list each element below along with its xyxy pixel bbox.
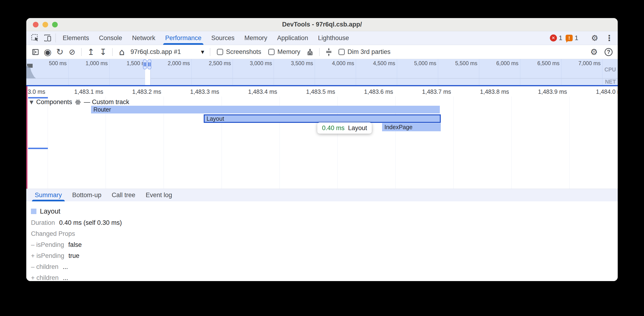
scroll-indicator (28, 97, 48, 98)
overview-tick-label: 7,000 ms (578, 60, 600, 67)
kebab-menu-icon[interactable]: ⋮ (604, 32, 615, 44)
console-errors-badge[interactable]: ✕ 1 (550, 34, 562, 42)
details-tab-call-tree[interactable]: Call tree (106, 189, 140, 201)
toolbar-divider (112, 48, 113, 56)
ruler-tick-label: 1,483.7 ms (422, 88, 454, 95)
record-button[interactable]: ◉ (42, 47, 53, 57)
overview-gridline (397, 59, 397, 85)
tab-network[interactable]: Network (127, 31, 160, 45)
cpu-lane-label: CPU (604, 67, 616, 73)
titlebar: DevTools - 97r6ql.csb.app/ (26, 18, 618, 31)
overview-gridline (602, 59, 602, 85)
flame-event-router[interactable]: Router (91, 106, 440, 113)
tab-strip: ElementsConsoleNetworkPerformanceSources… (58, 31, 354, 45)
toolbar-divider (319, 48, 320, 56)
details-tabbar: SummaryBottom-upCall treeEvent log (26, 189, 618, 201)
summary-row: – children... (31, 263, 618, 270)
download-profile-button[interactable]: ↧ (98, 47, 108, 57)
tab-lighthouse[interactable]: Lighthouse (313, 31, 354, 45)
flame-gridline (48, 97, 48, 189)
overview-tick-label: 3,500 ms (291, 60, 313, 67)
scroll-indicator (28, 148, 48, 149)
ruler-tick-label: 1,483.6 ms (364, 88, 396, 95)
cpu-activity-chart (26, 65, 37, 79)
devtools-window: DevTools - 97r6ql.csb.app/ ElementsConso… (26, 18, 618, 281)
overview-tick-label: 4,500 ms (373, 60, 395, 67)
window-right-handle[interactable] (148, 59, 152, 69)
timeline-overview[interactable]: CPU NET 500 ms1,000 ms1,500 ms2,000 ms2,… (26, 59, 618, 85)
overview-gridline (232, 59, 233, 85)
help-icon[interactable]: ? (603, 47, 614, 57)
toggle-sidebar-icon[interactable] (30, 47, 41, 57)
home-live-metrics-icon[interactable]: ⌂ (116, 47, 127, 57)
overview-gridline (520, 59, 520, 85)
ruler-tick-label: 1,483.9 ms (538, 88, 569, 95)
tab-memory[interactable]: Memory (240, 31, 272, 45)
ruler-tick-label: 1,483.5 ms (306, 88, 338, 95)
tooltip-label: Layout (348, 124, 367, 132)
network-lane-divider (26, 78, 618, 78)
reload-and-record-button[interactable]: ↻ (54, 47, 65, 57)
overview-tick-label: 5,000 ms (414, 60, 436, 67)
upload-profile-button[interactable]: ↥ (86, 47, 96, 57)
ruler-tick-label: 1,483.0 ms (26, 88, 48, 95)
summary-row: + children... (31, 274, 618, 281)
close-window-button[interactable] (33, 22, 38, 27)
traffic-lights (33, 18, 58, 31)
error-count: 1 (559, 34, 562, 42)
tab-application[interactable]: Application (272, 31, 313, 45)
overview-tick-label: 5,500 ms (455, 60, 477, 67)
ruler-tick-label: 1,484.0 ms (596, 88, 618, 95)
tab-sources[interactable]: Sources (206, 31, 240, 45)
event-color-swatch (31, 209, 36, 214)
tab-console[interactable]: Console (94, 31, 127, 45)
screenshots-checkbox[interactable]: Screenshots (217, 48, 261, 55)
history-dropdown[interactable]: 97r6ql.csb.app #1 ▼ (128, 48, 206, 55)
summary-row-value: ... (63, 274, 68, 281)
flame-area[interactable]: ▼ Components — Custom track 0.40 ms Layo… (26, 86, 618, 189)
tab-performance[interactable]: Performance (160, 31, 206, 45)
flame-event-layout[interactable]: Layout (204, 114, 441, 123)
collect-garbage-icon[interactable] (305, 47, 316, 57)
react-atom-icon (75, 99, 81, 105)
collapse-triangle-icon[interactable]: ▼ (30, 99, 33, 105)
flame-gridline (512, 97, 512, 189)
ruler-tick-label: 1,483.2 ms (132, 88, 164, 95)
issues-badge[interactable]: ! 1 (566, 34, 578, 42)
window-title: DevTools - 97r6ql.csb.app/ (282, 21, 362, 28)
collapse-tracks-icon[interactable] (324, 47, 334, 57)
summary-row-label: + children (31, 274, 59, 281)
minimize-window-button[interactable] (42, 22, 48, 27)
details-tab-summary[interactable]: Summary (30, 189, 67, 201)
overview-tick-label: 1,000 ms (86, 60, 108, 67)
overview-tick-label: 2,000 ms (168, 60, 190, 67)
flame-event-indexpage[interactable]: IndexPage (382, 123, 441, 131)
memory-checkbox[interactable]: Memory (268, 48, 300, 55)
details-tab-event-log[interactable]: Event log (140, 189, 178, 201)
zoom-window-button[interactable] (52, 22, 58, 27)
ruler-tick-label: 1,483.4 ms (248, 88, 280, 95)
window-left-handle[interactable] (143, 59, 147, 69)
summary-row-value: 0.40 ms (self 0.30 ms) (59, 219, 122, 226)
toolbar-right: ⚙ ? (588, 47, 614, 57)
capture-settings-gear-icon[interactable]: ⚙ (588, 47, 600, 57)
overview-tick-label: 2,500 ms (209, 60, 231, 67)
components-track-header[interactable]: ▼ Components — Custom track (30, 98, 129, 106)
overview-gridline (274, 59, 274, 85)
dim-3rd-parties-checkbox[interactable]: Dim 3rd parties (338, 48, 390, 55)
inspect-element-icon[interactable] (29, 31, 41, 45)
summary-title: Layout (40, 208, 60, 215)
track-title-suffix: — Custom track (84, 98, 129, 106)
overview-tick-label: 3,000 ms (250, 60, 272, 67)
summary-title-row: Layout (31, 208, 618, 215)
track-title: Components (36, 98, 72, 106)
details-tab-bottom-up[interactable]: Bottom-up (67, 189, 107, 201)
settings-gear-icon[interactable]: ⚙ (589, 32, 600, 44)
overview-gridline (68, 59, 68, 85)
tab-elements[interactable]: Elements (58, 31, 94, 45)
toolbar-divider (81, 48, 82, 56)
clear-recording-button[interactable]: ⊘ (67, 47, 78, 57)
checkbox-icon (268, 49, 274, 55)
device-toolbar-icon[interactable] (41, 31, 54, 45)
overview-gridline (479, 59, 479, 85)
